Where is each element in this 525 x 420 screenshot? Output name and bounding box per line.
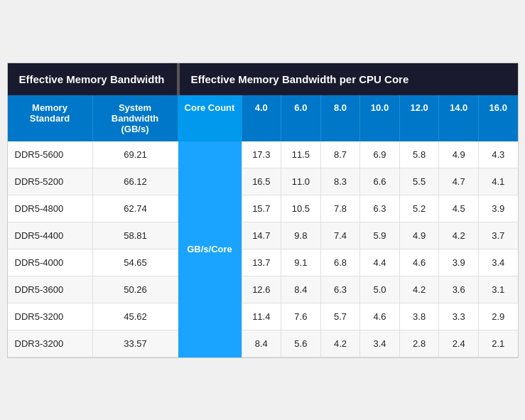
sub-header: Memory Standard System Bandwidth (GB/s) … [8, 95, 518, 141]
col-header-80: 8.0 [321, 95, 361, 141]
cell-value: 5.9 [360, 222, 400, 249]
cell-memory-standard: DDR5-4000 [8, 249, 93, 276]
right-row: 15.710.57.86.35.24.53.9 [242, 195, 518, 222]
cell-value: 8.4 [242, 330, 282, 357]
cell-bandwidth: 58.81 [93, 222, 178, 249]
header-left-title: Effective Memory Bandwidth [19, 73, 165, 85]
cell-value: 3.4 [360, 330, 400, 357]
cell-value: 9.8 [281, 222, 321, 249]
cell-value: 6.3 [321, 276, 361, 303]
cell-memory-standard: DDR5-4400 [8, 222, 93, 249]
cell-value: 5.2 [400, 195, 440, 222]
cell-value: 5.0 [360, 276, 400, 303]
cell-value: 6.9 [360, 141, 400, 168]
cell-bandwidth: 50.26 [93, 276, 178, 303]
cell-value: 13.7 [242, 249, 282, 276]
cell-memory-standard: DDR5-3600 [8, 276, 93, 303]
cell-value: 11.5 [281, 141, 321, 168]
cell-value: 17.3 [242, 141, 282, 168]
cell-value: 6.8 [321, 249, 361, 276]
cell-bandwidth: 45.62 [93, 303, 178, 330]
left-row: DDR5-320045.62 [8, 303, 178, 330]
header-left: Effective Memory Bandwidth [8, 63, 178, 95]
cell-value: 3.6 [439, 276, 479, 303]
left-row: DDR5-360050.26 [8, 276, 178, 303]
cell-value: 4.2 [439, 222, 479, 249]
right-row: 8.45.64.23.42.82.42.1 [242, 330, 518, 357]
cell-bandwidth: 54.65 [93, 249, 178, 276]
cell-value: 4.2 [321, 330, 361, 357]
cell-value: 6.6 [360, 168, 400, 195]
main-table: Effective Memory Bandwidth Effective Mem… [7, 63, 519, 358]
cell-value: 4.9 [439, 141, 479, 168]
col-header-40: 4.0 [242, 95, 282, 141]
cell-value: 5.5 [400, 168, 440, 195]
cell-value: 7.4 [321, 222, 361, 249]
cell-value: 15.7 [242, 195, 282, 222]
cell-value: 3.7 [479, 222, 518, 249]
cell-value: 5.6 [281, 330, 321, 357]
cell-value: 6.3 [360, 195, 400, 222]
cell-value: 9.1 [281, 249, 321, 276]
col-header-160: 16.0 [479, 95, 518, 141]
cell-value: 4.9 [400, 222, 440, 249]
col-header-120: 12.0 [400, 95, 440, 141]
col-header-core-count: Core Count [178, 95, 242, 141]
cell-value: 2.1 [479, 330, 518, 357]
col-header-140: 14.0 [439, 95, 479, 141]
cell-value: 5.8 [400, 141, 440, 168]
left-row: DDR5-440058.81 [8, 222, 178, 249]
col-header-100: 10.0 [360, 95, 400, 141]
right-row: 14.79.87.45.94.94.23.7 [242, 222, 518, 249]
cell-value: 7.8 [321, 195, 361, 222]
cell-bandwidth: 66.12 [93, 168, 178, 195]
cell-value: 11.0 [281, 168, 321, 195]
cell-value: 4.5 [439, 195, 479, 222]
cell-value: 4.1 [479, 168, 518, 195]
cell-value: 8.7 [321, 141, 361, 168]
cell-value: 4.4 [360, 249, 400, 276]
cell-value: 16.5 [242, 168, 282, 195]
right-row: 17.311.58.76.95.84.94.3 [242, 141, 518, 168]
cell-value: 2.9 [479, 303, 518, 330]
data-area: DDR5-560069.21DDR5-520066.12DDR5-480062.… [8, 141, 518, 357]
core-count-col: GB/s/Core [178, 141, 242, 357]
cell-value: 3.4 [479, 249, 518, 276]
cell-bandwidth: 33.57 [93, 330, 178, 357]
cell-bandwidth: 62.74 [93, 195, 178, 222]
cell-value: 4.7 [439, 168, 479, 195]
cell-value: 4.6 [400, 249, 440, 276]
cell-memory-standard: DDR5-5200 [8, 168, 93, 195]
cell-value: 10.5 [281, 195, 321, 222]
right-row: 11.47.65.74.63.83.32.9 [242, 303, 518, 330]
cell-value: 12.6 [242, 276, 282, 303]
right-row: 13.79.16.84.44.63.93.4 [242, 249, 518, 276]
col-header-memory: Memory Standard [8, 95, 93, 141]
cell-value: 3.1 [479, 276, 518, 303]
header-right-title: Effective Memory Bandwidth per CPU Core [191, 73, 409, 85]
cell-bandwidth: 69.21 [93, 141, 178, 168]
cell-memory-standard: DDR3-3200 [8, 330, 93, 357]
cell-value: 3.9 [479, 195, 518, 222]
left-row: DDR5-520066.12 [8, 168, 178, 195]
cell-value: 5.7 [321, 303, 361, 330]
left-row: DDR5-560069.21 [8, 141, 178, 168]
cell-value: 4.3 [479, 141, 518, 168]
right-row: 12.68.46.35.04.23.63.1 [242, 276, 518, 303]
cell-value: 11.4 [242, 303, 282, 330]
cell-value: 3.8 [400, 303, 440, 330]
cell-value: 14.7 [242, 222, 282, 249]
left-row: DDR3-320033.57 [8, 330, 178, 357]
main-header: Effective Memory Bandwidth Effective Mem… [8, 63, 518, 95]
col-header-bandwidth: System Bandwidth (GB/s) [93, 95, 178, 141]
cell-value: 7.6 [281, 303, 321, 330]
header-right: Effective Memory Bandwidth per CPU Core [180, 63, 518, 95]
cell-value: 8.3 [321, 168, 361, 195]
right-columns: 17.311.58.76.95.84.94.316.511.08.36.65.5… [242, 141, 518, 357]
cell-value: 3.3 [439, 303, 479, 330]
cell-memory-standard: DDR5-4800 [8, 195, 93, 222]
right-row: 16.511.08.36.65.54.74.1 [242, 168, 518, 195]
cell-value: 4.2 [400, 276, 440, 303]
cell-value: 2.8 [400, 330, 440, 357]
left-row: DDR5-480062.74 [8, 195, 178, 222]
